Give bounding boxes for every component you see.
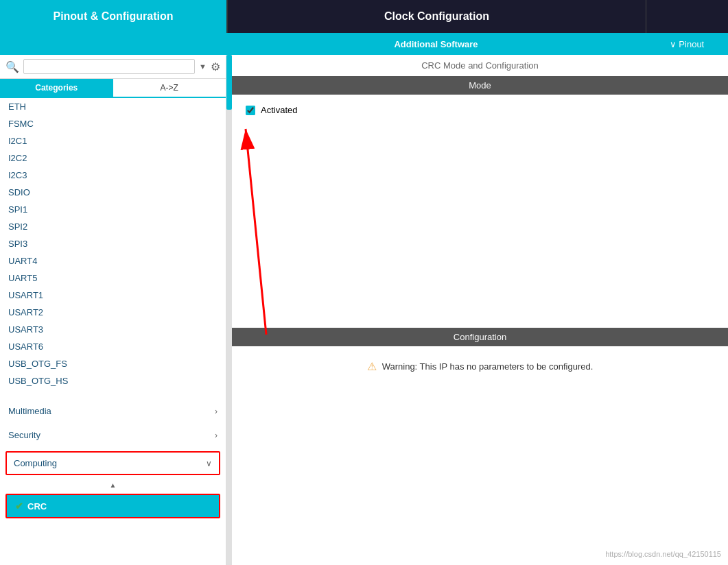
category-security[interactable]: Security › bbox=[0, 424, 226, 446]
pinout-button[interactable]: ∨ Pinout bbox=[646, 33, 728, 55]
computing-chevron-icon: ∨ bbox=[206, 459, 212, 468]
header: Pinout & Configuration Clock Configurati… bbox=[0, 0, 728, 33]
sub-header-left bbox=[0, 33, 226, 55]
sidebar-item-usart1[interactable]: USART1 bbox=[0, 287, 226, 304]
sidebar-item-sdio[interactable]: SDIO bbox=[0, 184, 226, 201]
crc-label: CRC bbox=[27, 501, 47, 512]
category-computing[interactable]: Computing ∨ bbox=[7, 453, 219, 474]
sidebar-item-usart3[interactable]: USART3 bbox=[0, 321, 226, 338]
sidebar-item-uart4[interactable]: UART4 bbox=[0, 252, 226, 269]
sidebar-items-list: ETH FSMC I2C1 I2C2 I2C3 SDIO SPI1 SPI2 S… bbox=[0, 98, 226, 565]
crc-item-wrapper: ✔ CRC bbox=[5, 494, 220, 518]
search-icon[interactable]: 🔍 bbox=[5, 60, 19, 73]
category-multimedia[interactable]: Multimedia › bbox=[0, 400, 226, 422]
activated-label: Activated bbox=[261, 105, 297, 115]
sidebar: 🔍 ▼ ⚙ Categories A->Z ETH FSMC I2C1 I2C2… bbox=[0, 55, 226, 565]
sidebar-item-eth[interactable]: ETH bbox=[0, 98, 226, 115]
sidebar-item-spi3[interactable]: SPI3 bbox=[0, 235, 226, 252]
tabs-bar: Categories A->Z bbox=[0, 79, 226, 98]
config-header: Configuration bbox=[232, 328, 728, 346]
tab-az[interactable]: A->Z bbox=[113, 79, 226, 97]
sidebar-item-i2c3[interactable]: I2C3 bbox=[0, 167, 226, 184]
sidebar-item-spi1[interactable]: SPI1 bbox=[0, 201, 226, 218]
search-bar: 🔍 ▼ ⚙ bbox=[0, 55, 226, 79]
tab-categories[interactable]: Categories bbox=[0, 79, 113, 97]
gear-icon[interactable]: ⚙ bbox=[211, 60, 220, 73]
additional-software-label[interactable]: Additional Software bbox=[226, 33, 646, 55]
crc-check-icon: ✔ bbox=[15, 501, 23, 512]
crc-item[interactable]: ✔ CRC bbox=[7, 495, 219, 517]
sidebar-item-i2c1[interactable]: I2C1 bbox=[0, 132, 226, 149]
header-extra bbox=[646, 0, 728, 33]
watermark: https://blog.csdn.net/qq_42150115 bbox=[605, 550, 721, 558]
sidebar-scroll-thumb bbox=[226, 55, 232, 110]
security-label: Security bbox=[8, 430, 40, 440]
activated-checkbox[interactable] bbox=[246, 106, 255, 115]
multimedia-label: Multimedia bbox=[8, 406, 51, 416]
crc-mode-title: CRC Mode and Configuration bbox=[232, 55, 728, 76]
clock-config-title: Clock Configuration bbox=[226, 0, 646, 33]
red-arrow-annotation bbox=[232, 108, 506, 341]
multimedia-chevron-icon: › bbox=[215, 407, 218, 416]
computing-label: Computing bbox=[14, 458, 57, 468]
sidebar-item-i2c2[interactable]: I2C2 bbox=[0, 149, 226, 167]
dropdown-arrow-icon[interactable]: ▼ bbox=[199, 62, 207, 71]
sidebar-scrollbar[interactable] bbox=[226, 55, 232, 565]
config-content: ⚠ Warning: This IP has no parameters to … bbox=[232, 346, 728, 387]
sidebar-item-usart6[interactable]: USART6 bbox=[0, 338, 226, 355]
warning-icon: ⚠ bbox=[367, 360, 377, 373]
activated-row: Activated bbox=[246, 105, 714, 115]
scroll-up-indicator[interactable]: ▲ bbox=[0, 478, 226, 491]
sidebar-item-spi2[interactable]: SPI2 bbox=[0, 218, 226, 235]
main-layout: 🔍 ▼ ⚙ Categories A->Z ETH FSMC I2C1 I2C2… bbox=[0, 55, 728, 565]
sidebar-item-uart5[interactable]: UART5 bbox=[0, 269, 226, 287]
content-area: CRC Mode and Configuration Mode Activate… bbox=[232, 55, 728, 565]
sidebar-item-usb-otg-fs[interactable]: USB_OTG_FS bbox=[0, 355, 226, 372]
warning-text: Warning: This IP has no parameters to be… bbox=[382, 361, 594, 372]
search-input[interactable] bbox=[23, 59, 195, 74]
svg-line-1 bbox=[246, 129, 266, 335]
sidebar-item-fsmc[interactable]: FSMC bbox=[0, 115, 226, 132]
pinout-config-title: Pinout & Configuration bbox=[0, 0, 226, 33]
mode-header: Mode bbox=[232, 76, 728, 95]
sidebar-item-usb-otg-hs[interactable]: USB_OTG_HS bbox=[0, 372, 226, 389]
mode-content: Activated bbox=[232, 95, 728, 328]
sidebar-item-usart2[interactable]: USART2 bbox=[0, 304, 226, 321]
sub-header: Additional Software ∨ Pinout bbox=[0, 33, 728, 55]
computing-section: Computing ∨ bbox=[5, 451, 220, 475]
security-chevron-icon: › bbox=[215, 431, 218, 440]
